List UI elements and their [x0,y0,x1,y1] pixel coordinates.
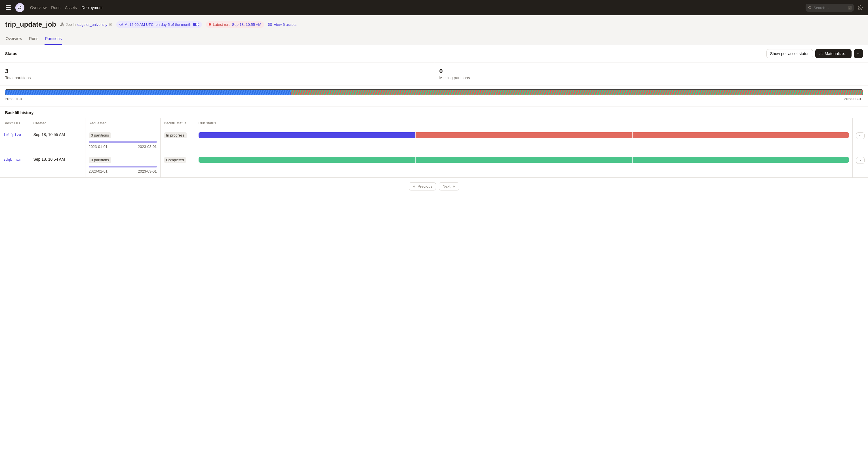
schedule-toggle[interactable] [193,23,199,26]
missing-partitions-cell: 0 Missing partitions [434,62,868,85]
backfill-table: Backfill ID Created Requested Backfill s… [0,118,868,178]
status-dot-icon [209,23,211,26]
materialize-dropdown-button[interactable] [854,49,863,58]
created-cell: Sep 18, 10:54 AM [30,153,85,178]
show-per-asset-button[interactable]: Show per-asset status [767,49,813,58]
backfill-id-link[interactable]: zdqbrnim [3,157,21,162]
previous-button[interactable]: Previous [409,182,436,191]
status-heading: Status [5,51,17,56]
nav-links: Overview Runs Assets Deployment [30,5,103,10]
view-assets-text: View 6 assets [274,22,297,27]
created-cell: Sep 18, 10:55 AM [30,128,85,153]
row-actions-cell [853,128,868,153]
requested-range-bar [89,141,157,143]
partition-timeline: 2023-01-01 2023-03-01 [0,85,868,107]
backfill-id-link[interactable]: lelfptza [3,133,21,137]
chevron-down-icon [857,52,860,55]
settings-button[interactable] [858,5,863,10]
timeline-end-label: 2023-03-01 [844,97,863,101]
next-label: Next [442,184,450,189]
timeline-segment-running [5,90,291,95]
clock-icon [119,22,123,26]
svg-point-2 [808,6,811,8]
col-actions [853,118,868,128]
svg-line-3 [811,8,811,9]
svg-rect-11 [270,23,272,24]
requested-start: 2023-01-01 [89,169,108,173]
backfill-status-cell: Completed [160,153,195,178]
menu-icon[interactable] [5,4,11,12]
grid-icon [268,22,272,26]
gear-icon [858,5,863,10]
top-nav: Overview Runs Assets Deployment / [0,0,868,15]
chevron-down-icon [859,134,862,137]
row-menu-button[interactable] [856,157,865,164]
nav-runs[interactable]: Runs [51,5,60,10]
run-segment [198,132,415,138]
latest-run-pill[interactable]: Latest run: Sep 18, 10:55 AM [206,21,264,28]
search-shortcut: / [848,6,852,10]
nav-overview[interactable]: Overview [30,5,46,10]
run-status-bar[interactable] [198,157,849,163]
requested-end: 2023-03-01 [138,169,157,173]
logo[interactable] [15,3,24,12]
requested-cell: 3 partitions2023-01-012023-03-01 [85,128,160,153]
col-run-status: Run status [195,118,853,128]
requested-range-bar [89,166,157,168]
table-row: zdqbrnimSep 18, 10:54 AM3 partitions2023… [0,153,868,178]
search-icon [808,6,812,10]
timeline-start-label: 2023-01-01 [5,97,24,101]
nav-deployment[interactable]: Deployment [82,5,103,10]
schedule-pill[interactable]: At 12:00 AM UTC, on day 5 of the month [116,21,202,28]
job-location: Job in dagster_university [60,22,112,27]
previous-label: Previous [417,184,432,189]
search-input[interactable] [813,6,846,10]
missing-partitions-label: Missing partitions [439,76,863,80]
status-row: Status Show per-asset status Materialize… [0,45,868,62]
page-title: trip_update_job [5,21,56,28]
svg-rect-7 [63,25,64,26]
backfill-history-heading: Backfill history [0,107,868,118]
latest-run-label: Latest run: [213,22,230,27]
total-partitions-label: Total partitions [5,76,429,80]
status-chip: In progress [164,132,187,138]
svg-line-8 [110,23,112,25]
status-chip: Completed [164,157,186,163]
row-menu-button[interactable] [856,132,865,139]
nav-assets[interactable]: Assets [65,5,77,10]
pagination: Previous Next [0,178,868,195]
partition-timeline-bar[interactable] [5,89,863,95]
run-status-bar[interactable] [198,132,849,138]
materialize-button[interactable]: Materialize… [815,49,851,58]
sparkle-icon [819,52,823,56]
repo-link[interactable]: dagster_university [78,22,107,27]
svg-rect-13 [270,25,272,26]
sub-header: trip_update_job Job in dagster_universit… [0,15,868,45]
arrow-left-icon [412,185,416,188]
partition-counts: 3 Total partitions 0 Missing partitions [0,62,868,85]
svg-rect-6 [60,25,62,26]
tab-partitions[interactable]: Partitions [44,33,62,45]
external-link-icon [109,23,112,26]
tab-overview[interactable]: Overview [5,33,23,45]
total-partitions-value: 3 [5,67,429,75]
svg-point-4 [860,7,861,8]
svg-rect-10 [269,23,270,24]
partitions-chip: 3 partitions [89,157,112,163]
search-box[interactable]: / [806,4,854,12]
col-backfill-id: Backfill ID [0,118,30,128]
schedule-text: At 12:00 AM UTC, on day 5 of the month [125,22,191,27]
row-actions-cell [853,153,868,178]
table-row: lelfptzaSep 18, 10:55 AM3 partitions2023… [0,128,868,153]
latest-run-time: Sep 18, 10:55 AM [232,22,261,27]
run-segment [415,132,632,138]
run-segment [632,132,849,138]
run-segment [198,157,415,163]
run-status-cell [195,128,853,153]
col-requested: Requested [85,118,160,128]
requested-end: 2023-03-01 [138,144,157,149]
view-assets-link[interactable]: View 6 assets [268,22,297,27]
total-partitions-cell: 3 Total partitions [0,62,434,85]
next-button[interactable]: Next [439,182,459,191]
tab-runs[interactable]: Runs [28,33,39,45]
